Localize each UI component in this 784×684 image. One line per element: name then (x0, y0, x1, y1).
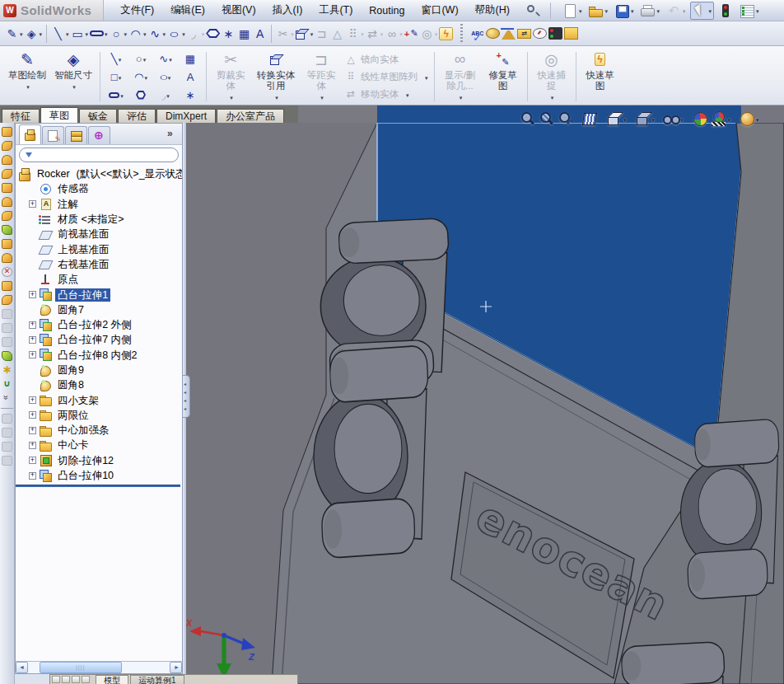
overflow-chevron-icon[interactable] (167, 129, 177, 140)
dropdown-arrow[interactable] (551, 92, 554, 100)
centerpoint-arc-button[interactable]: ◠ (128, 24, 147, 44)
scroll-left-button[interactable] (16, 662, 28, 673)
bottom-tab[interactable]: 模型 (96, 675, 128, 684)
dropdown-arrow[interactable] (119, 73, 122, 82)
corner-rectangle-button[interactable]: ▭ (70, 24, 90, 44)
tree-item[interactable]: 圆角8 (16, 377, 182, 392)
offset-entities-button[interactable]: ⊐等距实体 (301, 49, 342, 105)
mirror-entities-button[interactable]: △镜向实体 (344, 51, 428, 68)
apply-scene-button[interactable] (711, 110, 731, 127)
save-button[interactable] (612, 2, 637, 20)
tree-item[interactable]: 切除-拉伸12 (16, 453, 182, 468)
hole-wizard-button[interactable] (2, 309, 12, 319)
dropdown-arrow[interactable] (119, 54, 122, 63)
command-tab[interactable]: 草图 (40, 107, 78, 123)
rollback-bar[interactable] (16, 485, 180, 487)
dropdown-arrow[interactable] (291, 29, 294, 38)
tree-item[interactable]: 圆角7 (16, 302, 182, 317)
open-document-button[interactable] (586, 2, 610, 20)
dropdown-arrow[interactable] (680, 115, 684, 124)
menu-item[interactable]: 插入(I) (264, 1, 311, 20)
tree-item[interactable]: 右视基准面 (16, 257, 182, 272)
display-delete-relations-button[interactable]: ∞ (384, 24, 404, 44)
dropdown-arrow[interactable] (579, 6, 582, 15)
dome-button[interactable] (2, 351, 12, 361)
pattern-button[interactable] (2, 337, 12, 347)
dropdown-arrow[interactable] (166, 91, 170, 100)
straight-slot-button[interactable] (89, 24, 109, 44)
spell-checker-button[interactable]: ABC (469, 24, 485, 44)
menu-item[interactable]: Routing (361, 2, 413, 19)
view-settings-button[interactable] (739, 110, 759, 127)
sketch-fillet-button[interactable]: ◞ (186, 24, 206, 44)
scrollbar-thumb[interactable] (40, 662, 122, 673)
mini-button[interactable] (82, 676, 90, 683)
linear-sketch-pattern-button[interactable]: ⠿ (345, 24, 365, 44)
command-tab[interactable]: 办公室产品 (217, 109, 284, 123)
circle-button[interactable]: ○ (128, 49, 153, 68)
new-document-button[interactable] (560, 2, 585, 20)
dropdown-arrow[interactable] (105, 29, 108, 38)
draft-button[interactable] (2, 295, 12, 305)
mirror-button[interactable] (2, 323, 12, 333)
centerpoint-arc-button[interactable]: ◠ (128, 68, 153, 86)
ellipse-button[interactable]: ○ (153, 68, 178, 86)
undo-button[interactable]: ↶ (664, 2, 688, 20)
quick-snaps-button[interactable]: ◎快速捕捉 (531, 49, 572, 105)
repair-sketch-button[interactable] (404, 24, 419, 44)
dropdown-arrow[interactable] (460, 92, 463, 100)
sketch-button[interactable]: ✎草图绘制 (4, 49, 50, 105)
dropdown-arrow[interactable] (40, 29, 43, 38)
configurationmanager-tab[interactable] (65, 126, 87, 144)
filter-input[interactable] (36, 150, 172, 160)
tree-item[interactable]: 传感器 (16, 181, 182, 196)
featuremanager-tab[interactable] (19, 124, 41, 144)
dropdown-arrow[interactable] (143, 29, 147, 38)
command-tab[interactable]: 特征 (2, 109, 40, 123)
tree-item[interactable]: 凸台-拉伸8 内侧2 (16, 348, 182, 363)
dropdown-arrow[interactable] (361, 29, 364, 38)
menu-item[interactable]: 工具(T) (310, 1, 361, 20)
flex-button[interactable] (2, 379, 12, 389)
extruded-cut-button[interactable] (2, 183, 12, 193)
display-style-button[interactable] (635, 110, 656, 127)
dropdown-arrow[interactable] (169, 54, 172, 63)
dropdown-arrow[interactable] (86, 29, 89, 38)
polygon-button[interactable] (128, 86, 153, 104)
tree-item[interactable]: 材质 <未指定> (16, 212, 182, 227)
swept-boss-button[interactable] (2, 155, 12, 165)
rib-button[interactable] (2, 253, 12, 263)
dropdown-arrow[interactable] (275, 92, 278, 100)
dropdown-arrow[interactable] (656, 6, 660, 15)
tree-item[interactable]: 凸台-拉伸7 内侧 (16, 332, 182, 347)
tree-item[interactable]: 上视基准面 (16, 241, 182, 256)
trim-entities-button[interactable]: ✂ (275, 24, 295, 44)
command-tab[interactable]: DimXpert (156, 109, 216, 123)
point-button[interactable]: ∗ (221, 24, 236, 44)
tree-item[interactable]: 凸台-拉伸2 外侧 (16, 317, 182, 332)
expand-toggle[interactable] (29, 336, 36, 344)
tree-item[interactable]: 中心卡 (16, 438, 182, 452)
lofted-boss-button[interactable] (2, 169, 12, 179)
tree-item[interactable]: 前视基准面 (16, 227, 182, 241)
dropdown-arrow[interactable] (623, 115, 627, 124)
tree-item[interactable]: 原点 (16, 272, 182, 287)
expand-toggle[interactable] (29, 457, 36, 464)
mini-button[interactable] (62, 676, 70, 683)
model-viewport[interactable]: enocean X Z Y (186, 123, 784, 684)
previous-view-button[interactable] (557, 110, 573, 127)
dropdown-arrow[interactable] (425, 73, 428, 82)
performance-evaluation-button[interactable] (532, 24, 548, 44)
sketch-tool-button-3[interactable] (2, 442, 12, 452)
scrollbar-track[interactable] (28, 662, 170, 673)
quick-snaps-button[interactable]: ◎ (419, 24, 439, 44)
line-button[interactable]: ╲ (50, 24, 70, 44)
menu-item[interactable]: 帮助(H) (467, 1, 518, 20)
command-tab[interactable]: 评估 (118, 109, 156, 123)
linear-sketch-pattern-button[interactable]: ⠿线性草图阵列 (344, 68, 428, 85)
corner-rectangle-button[interactable]: □ (104, 68, 128, 86)
dropdown-arrow[interactable] (728, 115, 731, 124)
sketch-tool-button-1[interactable] (2, 414, 12, 424)
dropdown-arrow[interactable] (756, 115, 759, 124)
swept-cut-button[interactable] (2, 211, 12, 221)
